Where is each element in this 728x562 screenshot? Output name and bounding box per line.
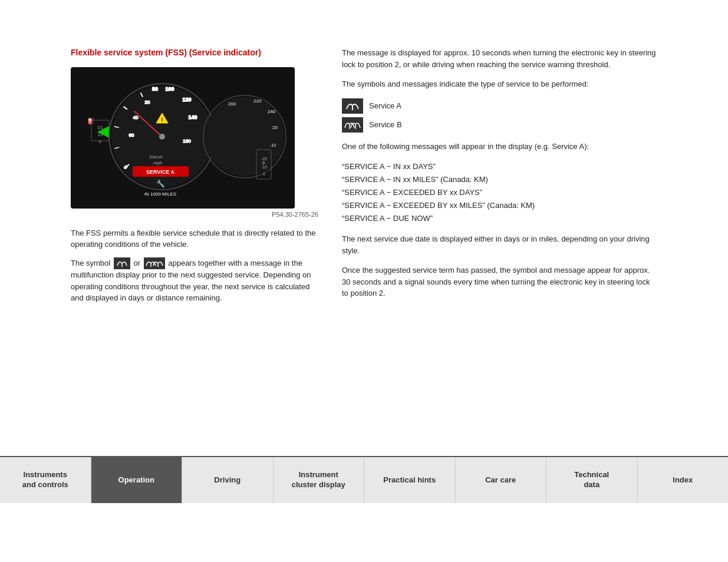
image-caption: P54.30-2765-26 bbox=[71, 211, 318, 218]
footer-area: Flexible service system 105 Instrumentsa… bbox=[0, 483, 728, 503]
svg-text:mph: mph bbox=[153, 160, 163, 166]
content-area: Flexible service system (FSS) (Service i… bbox=[0, 0, 728, 335]
tab-practical-hints[interactable]: Practical hints bbox=[364, 457, 456, 503]
left-body-text-1: The FSS permits a flexible service sched… bbox=[71, 227, 318, 250]
svg-text:220: 220 bbox=[253, 98, 262, 104]
page-container: Flexible service system (FSS) (Service i… bbox=[0, 0, 728, 562]
svg-text:-10: -10 bbox=[261, 165, 267, 169]
svg-text:80: 80 bbox=[152, 86, 158, 92]
svg-text:⛽: ⛽ bbox=[87, 117, 95, 125]
svg-text:!: ! bbox=[162, 117, 163, 123]
service-a-icon-inline bbox=[114, 257, 130, 269]
tab-instrument-cluster-display[interactable]: Instrumentcluster display bbox=[274, 457, 365, 503]
messages-block: “SERVICE A − IN xx DAYS” “SERVICE A − IN… bbox=[342, 160, 657, 225]
svg-text:160: 160 bbox=[183, 138, 191, 144]
svg-text:20: 20 bbox=[145, 100, 150, 105]
service-a-icon-box bbox=[342, 98, 363, 114]
svg-text:20km/h: 20km/h bbox=[149, 155, 163, 159]
svg-text:120: 120 bbox=[182, 97, 191, 103]
right-text-5: Once the suggested service term has pass… bbox=[342, 265, 657, 299]
svg-text:0: 0 bbox=[262, 161, 265, 165]
message-3: “SERVICE A − EXCEEDED BY xx DAYS” bbox=[342, 186, 657, 199]
service-b-row: Service B bbox=[342, 117, 657, 133]
right-text-1: The message is displayed for approx. 10 … bbox=[342, 47, 657, 70]
tab-driving[interactable]: Driving bbox=[182, 457, 274, 503]
svg-text:IN 1000 MILES: IN 1000 MILES bbox=[144, 191, 176, 197]
service-b-icon-box bbox=[342, 117, 363, 133]
cluster-image: 0 20 40 60 80 100 bbox=[71, 67, 295, 209]
svg-text:0: 0 bbox=[99, 140, 101, 144]
svg-text:1/1: 1/1 bbox=[97, 125, 103, 130]
right-text-4: The next service due date is displayed e… bbox=[342, 233, 657, 256]
tab-car-care[interactable]: Car care bbox=[456, 457, 547, 503]
left-column: Flexible service system (FSS) (Service i… bbox=[71, 47, 318, 311]
service-a-label: Service A bbox=[369, 101, 401, 110]
nav-tabs: Instrumentsand controls Operation Drivin… bbox=[0, 456, 728, 503]
service-b-icon bbox=[344, 119, 361, 131]
svg-text:SERVICE A: SERVICE A bbox=[146, 169, 175, 175]
message-4: “SERVICE A − EXCEEDED BY xx MILES” (Cana… bbox=[342, 199, 657, 212]
svg-text:200: 200 bbox=[228, 101, 236, 107]
svg-text:1/2: 1/2 bbox=[97, 133, 103, 137]
svg-point-24 bbox=[159, 134, 165, 140]
svg-text:40: 40 bbox=[133, 115, 139, 120]
service-b-icon-inline bbox=[144, 257, 165, 269]
svg-text:-20: -20 bbox=[261, 157, 267, 161]
service-b-label: Service B bbox=[369, 120, 402, 129]
svg-text:140: 140 bbox=[188, 114, 197, 120]
service-a-row: Service A bbox=[342, 98, 657, 114]
message-2: “SERVICE A − IN xx MILES” (Canada: KM) bbox=[342, 173, 657, 186]
right-text-2: The symbols and messages indicate the ty… bbox=[342, 78, 657, 90]
svg-text:-10: -10 bbox=[270, 143, 276, 147]
svg-text:20: 20 bbox=[272, 125, 278, 130]
right-column: The message is displayed for approx. 10 … bbox=[342, 47, 657, 311]
section-title: Flexible service system (FSS) (Service i… bbox=[71, 47, 318, 59]
tab-instruments-and-controls[interactable]: Instrumentsand controls bbox=[0, 457, 91, 503]
tab-operation[interactable]: Operation bbox=[91, 457, 183, 503]
message-1: “SERVICE A − IN xx DAYS” bbox=[342, 160, 657, 173]
left-body-text-2: The symbol or appears together with a me… bbox=[71, 257, 318, 304]
svg-text:🔧: 🔧 bbox=[156, 179, 165, 188]
tab-technical-data[interactable]: Technicaldata bbox=[546, 457, 638, 503]
tab-index[interactable]: Index bbox=[638, 457, 729, 503]
service-icons-row: Service A Service B bbox=[342, 98, 657, 133]
service-a-icon bbox=[344, 100, 361, 112]
svg-text:100: 100 bbox=[165, 86, 174, 92]
message-5: “SERVICE A − DUE NOW” bbox=[342, 212, 657, 225]
svg-text:240: 240 bbox=[268, 109, 276, 114]
svg-text:60: 60 bbox=[129, 133, 134, 138]
right-text-3: One of the following messages will appea… bbox=[342, 141, 657, 153]
svg-text:0: 0 bbox=[263, 172, 265, 176]
